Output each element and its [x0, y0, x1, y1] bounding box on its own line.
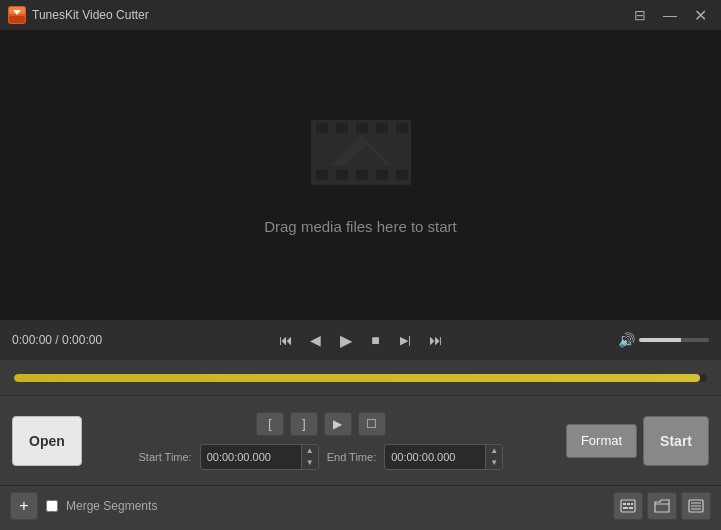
- svg-rect-12: [356, 170, 368, 180]
- app-title: TunesKit Video Cutter: [32, 8, 621, 22]
- start-time-up[interactable]: ▲: [302, 445, 318, 457]
- stop-button[interactable]: ■: [362, 326, 390, 354]
- title-bar: TunesKit Video Cutter ⊟ — ✕: [0, 0, 721, 30]
- seek-bar[interactable]: [14, 374, 707, 382]
- controls-row: Open [ ] ▶ ☐ Start Time: ▲ ▼ End Time: ▲: [0, 395, 721, 485]
- svg-rect-6: [336, 123, 348, 133]
- minimize-button[interactable]: —: [657, 5, 683, 25]
- video-area: Drag media files here to start: [0, 30, 721, 320]
- volume-slider[interactable]: [639, 338, 709, 342]
- svg-rect-14: [396, 170, 408, 180]
- close-button[interactable]: ✕: [687, 5, 713, 25]
- end-time-up[interactable]: ▲: [486, 445, 502, 457]
- time-fields: Start Time: ▲ ▼ End Time: ▲ ▼: [138, 444, 503, 470]
- mark-out-button[interactable]: ]: [290, 412, 318, 436]
- start-time-down[interactable]: ▼: [302, 457, 318, 469]
- svg-rect-19: [627, 503, 630, 505]
- drag-drop-text: Drag media files here to start: [264, 218, 457, 235]
- svg-rect-2: [9, 16, 25, 23]
- start-time-input[interactable]: [201, 448, 301, 466]
- restore-button[interactable]: ⊟: [627, 5, 653, 25]
- end-time-input[interactable]: [385, 448, 485, 466]
- svg-rect-5: [316, 123, 328, 133]
- open-button[interactable]: Open: [12, 416, 82, 466]
- play-button[interactable]: ▶: [332, 326, 360, 354]
- playback-controls: ⏮ ◀ ▶ ■ ▶| ⏭: [132, 326, 589, 354]
- merge-checkbox[interactable]: [46, 500, 58, 512]
- step-back-button[interactable]: ⏮: [272, 326, 300, 354]
- end-time-spinner: ▲ ▼: [485, 445, 502, 469]
- svg-rect-11: [336, 170, 348, 180]
- frame-forward-button[interactable]: ▶|: [392, 326, 420, 354]
- end-time-field: ▲ ▼: [384, 444, 503, 470]
- svg-rect-17: [621, 500, 635, 512]
- svg-rect-21: [623, 507, 628, 509]
- film-icon: [301, 115, 421, 210]
- mark-in-button[interactable]: [: [256, 412, 284, 436]
- svg-rect-9: [396, 123, 408, 133]
- segment-list-button[interactable]: [681, 492, 711, 520]
- timeline-area: [0, 360, 721, 395]
- start-time-label: Start Time:: [138, 451, 191, 463]
- svg-rect-7: [356, 123, 368, 133]
- folder-icon: [654, 499, 670, 513]
- start-time-spinner: ▲ ▼: [301, 445, 318, 469]
- output-folder-button[interactable]: [647, 492, 677, 520]
- preview-segment-button[interactable]: ▶: [324, 412, 352, 436]
- seek-bar-fill: [14, 374, 700, 382]
- playback-bar: 0:00:00 / 0:00:00 ⏮ ◀ ▶ ■ ▶| ⏭ 🔊: [0, 320, 721, 360]
- frame-back-button[interactable]: ◀: [302, 326, 330, 354]
- app-icon: [8, 6, 26, 24]
- svg-rect-13: [376, 170, 388, 180]
- bottom-bar: + Merge Segments: [0, 485, 721, 525]
- svg-rect-10: [316, 170, 328, 180]
- start-button[interactable]: Start: [643, 416, 709, 466]
- merge-label[interactable]: Merge Segments: [66, 499, 157, 513]
- time-display: 0:00:00 / 0:00:00: [12, 333, 132, 347]
- subtitle-icon: [620, 499, 636, 513]
- bottom-right-icons: [613, 492, 711, 520]
- end-time-down[interactable]: ▼: [486, 457, 502, 469]
- svg-rect-20: [631, 503, 633, 505]
- segment-controls: [ ] ▶ ☐ Start Time: ▲ ▼ End Time: ▲ ▼: [82, 412, 560, 470]
- subtitle-button[interactable]: [613, 492, 643, 520]
- end-time-label: End Time:: [327, 451, 377, 463]
- window-controls: ⊟ — ✕: [627, 5, 713, 25]
- delete-segment-button[interactable]: ☐: [358, 412, 386, 436]
- svg-rect-18: [623, 503, 626, 505]
- start-time-field: ▲ ▼: [200, 444, 319, 470]
- icon-row: [ ] ▶ ☐: [256, 412, 386, 436]
- volume-area: 🔊: [589, 332, 709, 348]
- format-button[interactable]: Format: [566, 424, 637, 458]
- add-segment-button[interactable]: +: [10, 492, 38, 520]
- list-icon: [688, 499, 704, 513]
- volume-icon: 🔊: [618, 332, 635, 348]
- svg-rect-22: [629, 507, 633, 509]
- step-forward-button[interactable]: ⏭: [422, 326, 450, 354]
- svg-rect-8: [376, 123, 388, 133]
